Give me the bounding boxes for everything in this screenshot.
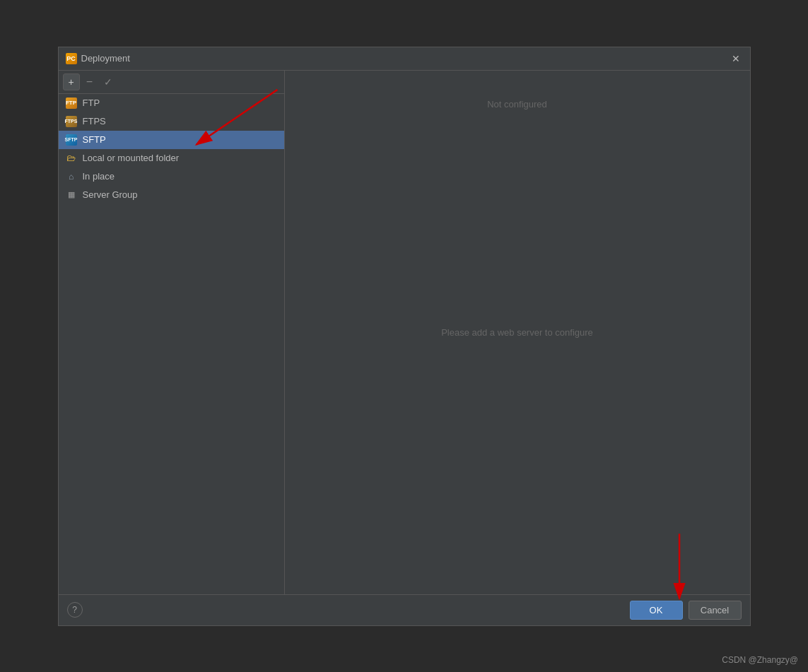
sftp-label: SFTP [83,134,106,145]
dialog-body: + − ✓ FTP FTP [59,71,750,594]
server-list: FTP FTP FTPS FTPS SFTP SFTP [59,94,284,594]
help-button[interactable]: ? [67,602,83,618]
watermark: CSDN @Zhangzy@ [722,655,798,665]
cancel-button[interactable]: Cancel [689,601,742,620]
local-folder-label: Local or mounted folder [83,153,180,163]
ftp-label: FTP [83,98,100,108]
sidebar-item-sftp[interactable]: SFTP SFTP [59,131,284,149]
check-button[interactable]: ✓ [100,73,117,90]
sidebar-item-in-place[interactable]: ⌂ In place [59,167,284,186]
sidebar-item-ftps[interactable]: FTPS FTPS [59,112,284,131]
footer-left: ? [67,602,83,618]
dialog-title: Deployment [81,53,130,64]
remove-server-button[interactable]: − [81,73,98,90]
deployment-dialog: PC Deployment ✕ + − ✓ [58,47,751,626]
footer-right: OK Cancel [630,601,742,620]
house-icon: ⌂ [66,171,77,182]
close-button[interactable]: ✕ [729,52,743,66]
main-content: Not configured Please add a web server t… [285,71,750,594]
folder-icon: 🗁 [66,153,77,164]
dialog-titlebar: PC Deployment ✕ [59,47,750,71]
sidebar-item-ftp[interactable]: FTP FTP [59,94,284,112]
server-group-icon: ▦ [66,189,77,201]
sidebar-item-server-group[interactable]: ▦ Server Group [59,186,284,204]
dialog-footer: ? OK Cancel [59,594,750,625]
not-configured-label: Not configured [487,99,547,110]
sidebar-toolbar: + − ✓ [59,71,284,94]
ftps-label: FTPS [83,116,106,126]
ok-button[interactable]: OK [630,601,683,620]
in-place-label: In place [83,171,115,182]
sidebar-item-local-folder[interactable]: 🗁 Local or mounted folder [59,149,284,167]
main-placeholder-text: Please add a web server to configure [285,71,750,594]
sftp-icon: SFTP [66,134,77,146]
sidebar: + − ✓ FTP FTP [59,71,285,594]
ftps-icon: FTPS [66,116,77,127]
server-group-label: Server Group [83,189,138,200]
add-server-button[interactable]: + [63,73,80,90]
title-left: PC Deployment [66,53,130,64]
dialog-overlay: PC Deployment ✕ + − ✓ [0,0,808,672]
app-icon: PC [66,53,77,64]
ftp-icon: FTP [66,98,77,109]
